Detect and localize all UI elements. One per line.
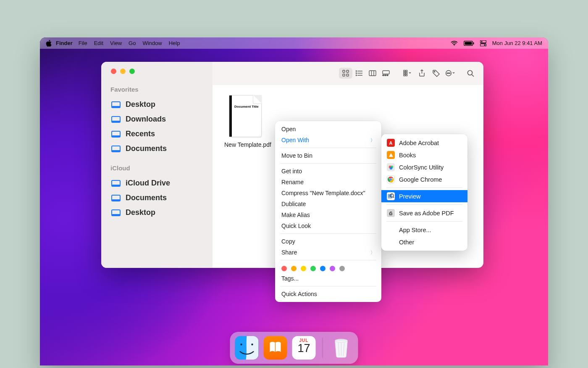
menu-edit[interactable]: Edit bbox=[94, 40, 103, 46]
ctx-move-to-bin[interactable]: Move to Bin bbox=[275, 150, 381, 161]
ctx-compress[interactable]: Compress "New Template.docx" bbox=[275, 188, 381, 199]
tag-gray[interactable] bbox=[339, 266, 345, 271]
menu-file[interactable]: File bbox=[79, 40, 87, 46]
svg-rect-13 bbox=[112, 135, 120, 137]
ctx-quick-actions[interactable]: Quick Actions bbox=[275, 289, 381, 299]
svg-rect-6 bbox=[480, 44, 486, 46]
view-columns-button[interactable] bbox=[366, 68, 379, 79]
close-button[interactable] bbox=[111, 69, 116, 74]
icloud-icon bbox=[111, 180, 121, 187]
view-icons-button[interactable] bbox=[339, 68, 352, 79]
sidebar-item-label: Documents bbox=[126, 193, 167, 202]
app-label: Google Chrome bbox=[399, 176, 442, 183]
app-label: Save as Adobe PDF bbox=[399, 210, 454, 217]
minimize-button[interactable] bbox=[120, 69, 126, 74]
menu-help[interactable]: Help bbox=[169, 40, 180, 46]
sidebar-item-label: Recents bbox=[126, 130, 155, 138]
svg-rect-19 bbox=[112, 199, 120, 201]
ctx-share[interactable]: Share〉 bbox=[275, 247, 381, 258]
dock-finder[interactable] bbox=[235, 336, 259, 360]
separator bbox=[280, 233, 376, 234]
share-button[interactable] bbox=[416, 68, 427, 79]
menu-view[interactable]: View bbox=[110, 40, 122, 46]
ctx-get-into[interactable]: Get into bbox=[275, 166, 381, 177]
menubar: Finder File Edit View Go Window Help Mon… bbox=[40, 37, 548, 49]
calendar-day: 17 bbox=[297, 343, 310, 354]
wifi-icon[interactable] bbox=[451, 41, 458, 46]
separator bbox=[280, 260, 376, 260]
svg-rect-40 bbox=[406, 70, 407, 72]
view-list-button[interactable] bbox=[352, 68, 366, 79]
sidebar-item-icloud-drive[interactable]: iCloud Drive bbox=[109, 176, 208, 191]
ctx-rename[interactable]: Rename bbox=[275, 177, 381, 188]
preview-icon bbox=[387, 192, 395, 200]
battery-icon[interactable] bbox=[464, 41, 474, 46]
openwith-save-adobe-pdf[interactable]: ⎙ Save as Adobe PDF bbox=[381, 207, 467, 219]
menubar-clock[interactable]: Mon Jun 22 9:41 AM bbox=[492, 40, 542, 46]
zoom-button[interactable] bbox=[129, 69, 135, 74]
desktop: Finder File Edit View Go Window Help Mon… bbox=[40, 37, 548, 365]
dock-books[interactable] bbox=[264, 336, 287, 360]
tag-red[interactable] bbox=[281, 266, 287, 271]
ctx-open-with[interactable]: Open With〉 bbox=[275, 135, 381, 146]
svg-rect-23 bbox=[346, 70, 349, 72]
tag-green[interactable] bbox=[310, 266, 316, 271]
openwith-adobe-acrobat[interactable]: A Adobe Acrobat bbox=[381, 137, 467, 149]
tag-blue[interactable] bbox=[320, 266, 326, 271]
sidebar-item-icloud-documents[interactable]: Documents bbox=[109, 191, 208, 205]
apple-menu-icon[interactable] bbox=[46, 40, 52, 47]
openwith-preview[interactable]: Preview bbox=[381, 190, 467, 202]
svg-point-47 bbox=[447, 73, 448, 74]
documents-icon bbox=[111, 146, 121, 152]
sidebar-title-favorites: Favorites bbox=[110, 86, 208, 93]
sidebar-item-documents[interactable]: Documents bbox=[109, 141, 208, 156]
dock-calendar[interactable]: JUL 17 bbox=[292, 336, 316, 360]
svg-point-58 bbox=[390, 179, 392, 180]
ctx-make-alias[interactable]: Make Alias bbox=[275, 209, 381, 220]
tag-button[interactable] bbox=[430, 68, 441, 79]
ctx-copy[interactable]: Copy bbox=[275, 236, 381, 247]
app-label: App Store... bbox=[399, 227, 431, 233]
sidebar-item-desktop[interactable]: Desktop bbox=[109, 97, 208, 112]
ctx-tags[interactable]: Tags... bbox=[275, 273, 381, 284]
separator bbox=[280, 148, 376, 148]
control-center-icon[interactable] bbox=[480, 40, 486, 46]
openwith-app-store[interactable]: App Store... bbox=[381, 224, 467, 236]
ctx-quick-look[interactable]: Quick Look bbox=[275, 220, 381, 231]
sidebar-item-recents[interactable]: Recents bbox=[109, 127, 208, 141]
menu-go[interactable]: Go bbox=[129, 40, 136, 46]
ctx-duplicate[interactable]: Dublicate bbox=[275, 199, 381, 209]
svg-rect-44 bbox=[406, 74, 407, 76]
chevron-right-icon: 〉 bbox=[370, 249, 375, 256]
sidebar-item-icloud-desktop[interactable]: Desktop bbox=[109, 205, 208, 220]
openwith-chrome[interactable]: Google Chrome bbox=[381, 173, 467, 185]
desktop-icon bbox=[111, 209, 121, 216]
svg-rect-41 bbox=[404, 72, 405, 74]
openwith-other[interactable]: Other bbox=[381, 236, 467, 248]
svg-point-0 bbox=[454, 45, 454, 45]
recents-icon bbox=[111, 131, 121, 138]
openwith-books[interactable]: Books bbox=[381, 149, 467, 161]
menu-window[interactable]: Window bbox=[142, 40, 162, 46]
file-thumbnail: Document Title bbox=[229, 95, 262, 137]
openwith-colorsync[interactable]: ColorSync Utility bbox=[381, 161, 467, 173]
dock-trash[interactable] bbox=[330, 336, 353, 360]
sidebar-item-downloads[interactable]: Downloads bbox=[109, 112, 208, 127]
dock: JUL 17 bbox=[230, 332, 358, 364]
books-icon bbox=[387, 151, 395, 159]
menubar-app-name[interactable]: Finder bbox=[56, 40, 73, 46]
more-button[interactable] bbox=[445, 68, 456, 79]
svg-rect-2 bbox=[465, 42, 472, 45]
dock-divider bbox=[323, 338, 323, 358]
svg-rect-32 bbox=[369, 71, 376, 76]
view-gallery-button[interactable] bbox=[379, 68, 393, 79]
tag-yellow[interactable] bbox=[301, 266, 306, 271]
file-item[interactable]: Document Title New Template.pdf bbox=[224, 95, 266, 148]
tag-orange[interactable] bbox=[291, 266, 297, 271]
ctx-open[interactable]: Open bbox=[275, 124, 381, 135]
tag-purple[interactable] bbox=[330, 266, 335, 271]
file-label: New Template.pdf bbox=[224, 141, 266, 148]
search-button[interactable] bbox=[465, 68, 476, 79]
sidebar-item-label: Documents bbox=[126, 144, 167, 153]
group-by-button[interactable] bbox=[402, 68, 413, 79]
